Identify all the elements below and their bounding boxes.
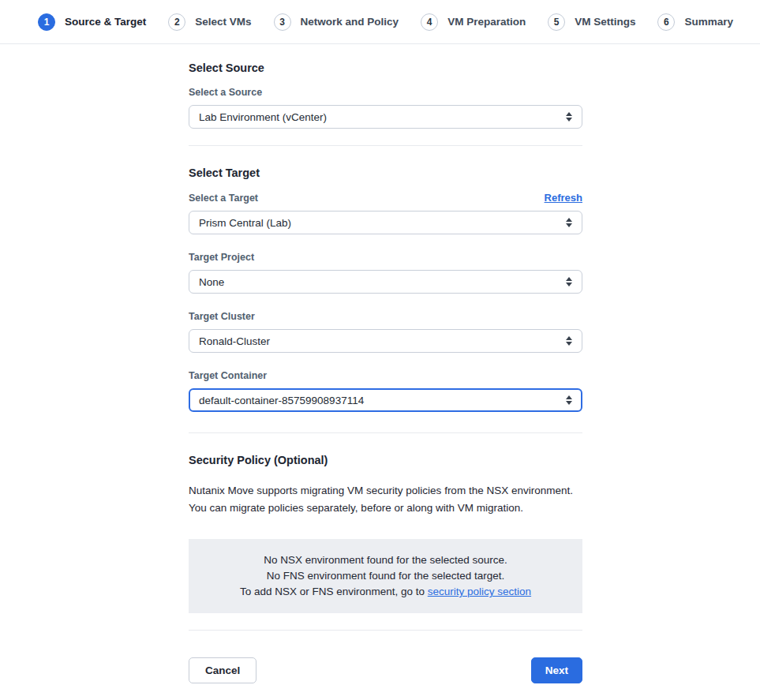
- section-divider: [189, 432, 582, 433]
- target-project-value: None: [199, 276, 224, 288]
- security-policy-description: Nutanix Move supports migrating VM secur…: [189, 482, 582, 517]
- target-project-label: Target Project: [189, 252, 582, 263]
- step-summary[interactable]: 6 Summary: [657, 13, 733, 31]
- step-number-badge: 3: [274, 13, 291, 31]
- target-container-select[interactable]: default-container-85759908937114: [189, 388, 582, 412]
- step-select-vms[interactable]: 2 Select VMs: [168, 13, 251, 31]
- updown-caret-icon: [566, 218, 572, 227]
- updown-caret-icon: [566, 395, 572, 405]
- target-select-value: Prism Central (Lab): [199, 217, 291, 229]
- step-number-badge: 1: [38, 13, 55, 31]
- source-select-label: Select a Source: [189, 87, 582, 98]
- step-label: Summary: [684, 16, 733, 28]
- target-select-label: Select a Target: [189, 193, 258, 204]
- target-cluster-select[interactable]: Ronald-Cluster: [189, 329, 582, 353]
- notice-line-target: No FNS environment found for the selecte…: [204, 568, 567, 584]
- step-label: Select VMs: [195, 16, 251, 28]
- target-select[interactable]: Prism Central (Lab): [189, 211, 582, 234]
- step-label: VM Preparation: [447, 16, 526, 28]
- step-label: VM Settings: [575, 16, 635, 28]
- target-cluster-value: Ronald-Cluster: [199, 335, 270, 347]
- security-policy-heading: Security Policy (Optional): [189, 454, 582, 466]
- target-container-value: default-container-85759908937114: [199, 395, 364, 406]
- select-target-heading: Select Target: [189, 167, 582, 179]
- step-number-badge: 5: [548, 13, 565, 31]
- next-button[interactable]: Next: [531, 657, 582, 683]
- cancel-button[interactable]: Cancel: [189, 657, 256, 683]
- updown-caret-icon: [566, 112, 572, 122]
- refresh-link[interactable]: Refresh: [545, 192, 582, 204]
- step-vm-preparation[interactable]: 4 VM Preparation: [421, 13, 526, 31]
- wizard-stepper: 1 Source & Target 2 Select VMs 3 Network…: [0, 0, 760, 44]
- updown-caret-icon: [566, 336, 572, 346]
- notice-link-prefix: To add NSX or FNS environment, go to: [240, 586, 428, 597]
- select-source-heading: Select Source: [189, 62, 582, 74]
- target-cluster-label: Target Cluster: [189, 311, 582, 322]
- updown-caret-icon: [566, 277, 572, 286]
- step-number-badge: 2: [168, 13, 185, 31]
- wizard-content: Select Source Select a Source Lab Enviro…: [189, 44, 582, 683]
- target-container-label: Target Container: [189, 370, 582, 381]
- step-label: Source & Target: [65, 16, 146, 28]
- step-network-and-policy[interactable]: 3 Network and Policy: [274, 13, 399, 31]
- step-vm-settings[interactable]: 5 VM Settings: [548, 13, 635, 31]
- notice-line-link: To add NSX or FNS environment, go to sec…: [204, 584, 567, 600]
- nsx-fns-notice: No NSX environment found for the selecte…: [189, 539, 582, 613]
- section-divider: [189, 145, 582, 146]
- wizard-footer: Cancel Next: [189, 657, 582, 683]
- step-number-badge: 4: [421, 13, 438, 31]
- step-source-and-target[interactable]: 1 Source & Target: [38, 13, 146, 31]
- security-policy-section-link[interactable]: security policy section: [428, 586, 531, 597]
- footer-divider: [189, 630, 582, 631]
- target-project-select[interactable]: None: [189, 270, 582, 294]
- step-label: Network and Policy: [301, 16, 399, 28]
- step-number-badge: 6: [657, 13, 675, 31]
- source-select-value: Lab Environment (vCenter): [199, 111, 327, 123]
- notice-line-source: No NSX environment found for the selecte…: [204, 552, 567, 568]
- source-select[interactable]: Lab Environment (vCenter): [189, 105, 582, 129]
